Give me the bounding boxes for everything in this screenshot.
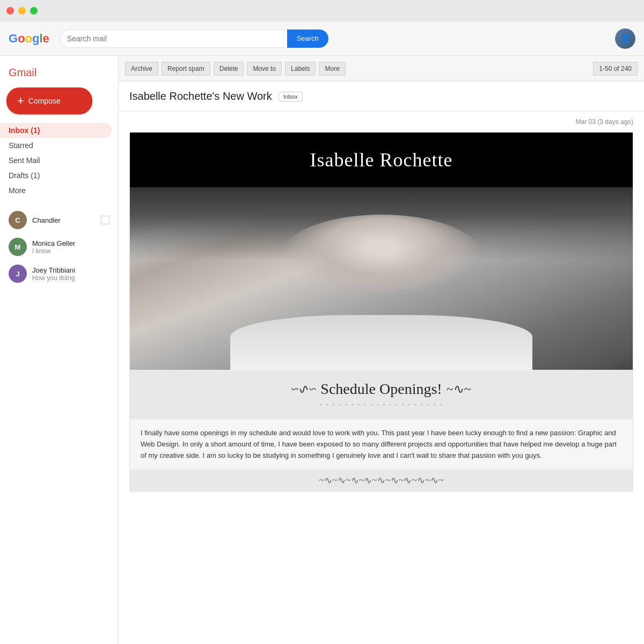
- email-area: Archive Report spam Delete Move to Label…: [118, 56, 644, 644]
- email-card: Isabelle Rochette ~∿~: [129, 132, 633, 492]
- search-bar: Google Search 👤: [0, 21, 644, 56]
- sidebar: Gmail + Compose Inbox (1) Starred Sent M…: [0, 56, 118, 644]
- minimize-button[interactable]: [18, 7, 26, 14]
- logo-g2: g: [32, 32, 39, 46]
- drafts-label: Drafts (1): [9, 171, 40, 180]
- search-button[interactable]: Search: [287, 30, 328, 48]
- maximize-button[interactable]: [30, 7, 38, 14]
- user-avatar[interactable]: 👤: [615, 28, 635, 49]
- pagination-button[interactable]: 1-50 of 240: [593, 62, 638, 76]
- joey-info: Joey Tribbiani How you doing: [32, 266, 109, 282]
- more-actions-button[interactable]: More: [319, 62, 345, 76]
- monica-avatar: M: [9, 238, 27, 256]
- avatar-image: 👤: [615, 28, 635, 49]
- logo-e: e: [43, 32, 49, 46]
- deco-row: ~∿~ Schedule Openings! ~∿~: [141, 380, 622, 398]
- spam-button[interactable]: Report spam: [162, 62, 210, 76]
- card-bottom-deco: ~∿~∿~∿~∿~∿~∿~∿~∿~∿~: [130, 470, 633, 491]
- google-logo: Google: [9, 32, 49, 46]
- archive-button[interactable]: Archive: [125, 62, 158, 76]
- inbox-badge: Inbox: [279, 92, 303, 101]
- sidebar-item-sent[interactable]: Sent Mail: [0, 153, 112, 168]
- sidebar-item-drafts[interactable]: Drafts (1): [0, 168, 112, 183]
- logo-o1: o: [18, 32, 25, 46]
- email-subject: Isabelle Rochette's New Work: [129, 90, 272, 103]
- sent-label: Sent Mail: [9, 156, 40, 165]
- close-button[interactable]: [6, 7, 14, 14]
- labels-button[interactable]: Labels: [285, 62, 316, 76]
- more-label: More: [9, 186, 26, 195]
- contact-list: C Chandler M Monica Geller I know J Joey…: [0, 207, 118, 287]
- card-header-name: Isabelle Rochette: [141, 149, 622, 171]
- swirl-right: ~∿~: [447, 382, 471, 397]
- monica-preview: I know: [32, 247, 109, 255]
- main-container: Gmail + Compose Inbox (1) Starred Sent M…: [0, 56, 644, 644]
- search-input[interactable]: [60, 30, 287, 48]
- contact-chandler[interactable]: C Chandler: [0, 207, 118, 233]
- chandler-checkbox[interactable]: [101, 216, 109, 224]
- card-photo: [130, 187, 633, 370]
- chandler-avatar: C: [9, 211, 27, 229]
- chandler-name: Chandler: [32, 216, 96, 224]
- email-date: Mar 03 (3 days ago): [119, 112, 644, 132]
- joey-name: Joey Tribbiani: [32, 266, 109, 274]
- compose-button[interactable]: + Compose: [6, 87, 92, 114]
- sidebar-nav: Inbox (1) Starred Sent Mail Drafts (1) M…: [0, 123, 118, 198]
- sidebar-item-inbox[interactable]: Inbox (1): [0, 123, 112, 138]
- monica-name: Monica Geller: [32, 239, 109, 247]
- compose-label: Compose: [28, 97, 61, 105]
- shirt: [230, 315, 532, 370]
- card-text: I finally have some openings in my sched…: [130, 419, 633, 470]
- monica-info: Monica Geller I know: [32, 239, 109, 255]
- gmail-label: Gmail: [0, 60, 112, 83]
- chandler-info: Chandler: [32, 216, 96, 224]
- card-decorative: ~∿~ Schedule Openings! ~∿~ · · · · · · ·…: [130, 370, 633, 419]
- sidebar-item-more[interactable]: More: [0, 183, 112, 198]
- face-highlight: [281, 215, 482, 297]
- bottom-swirl: ~∿~∿~∿~∿~∿~∿~∿~∿~∿~: [319, 474, 443, 486]
- delete-button[interactable]: Delete: [214, 62, 244, 76]
- sidebar-item-starred[interactable]: Starred: [0, 138, 112, 153]
- section-title: Schedule Openings!: [320, 380, 442, 398]
- title-bar: [0, 0, 644, 21]
- search-wrap: Search: [60, 30, 328, 48]
- compose-plus-icon: +: [17, 95, 24, 107]
- joey-avatar: J: [9, 265, 27, 283]
- deco-dots: · · · · · · · · · · · · · · · · · · · ·: [141, 400, 622, 408]
- logo-g: G: [9, 32, 18, 46]
- joey-preview: How you doing: [32, 274, 109, 282]
- inbox-label: Inbox (1): [9, 126, 40, 135]
- email-toolbar: Archive Report spam Delete Move to Label…: [119, 56, 644, 82]
- email-body-text: I finally have some openings in my sched…: [141, 428, 622, 461]
- contact-joey[interactable]: J Joey Tribbiani How you doing: [0, 260, 118, 287]
- logo-o2: o: [25, 32, 32, 46]
- gmail-logo-text: Gmail: [9, 67, 36, 79]
- starred-label: Starred: [9, 141, 33, 150]
- portrait-bg: [130, 187, 633, 370]
- swirl-left: ~∿~: [291, 382, 316, 397]
- card-header-dark: Isabelle Rochette: [130, 133, 633, 187]
- email-header: Isabelle Rochette's New Work Inbox: [119, 82, 644, 112]
- move-button[interactable]: Move to: [247, 62, 282, 76]
- email-body: Mar 03 (3 days ago) Isabelle Rochette: [119, 112, 644, 492]
- contact-monica[interactable]: M Monica Geller I know: [0, 233, 118, 260]
